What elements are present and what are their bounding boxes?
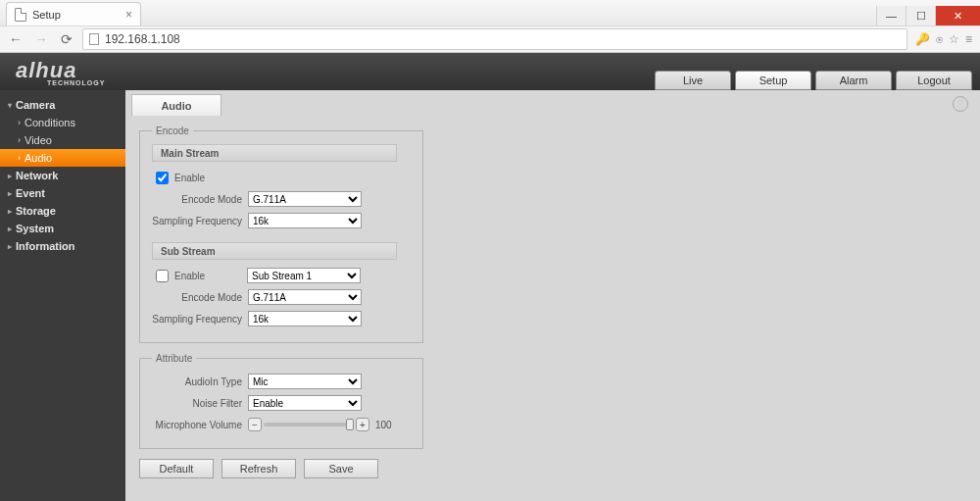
audioin-row: AudioIn Type Mic [152, 372, 411, 391]
refresh-button[interactable]: Refresh [221, 459, 296, 478]
sub-stream-header: Sub Stream [152, 242, 397, 260]
main-stream-header: Main Stream [152, 144, 397, 162]
window-controls: — ☐ ✕ [876, 6, 980, 25]
encode-legend: Encode [152, 125, 193, 136]
main-enable-row: Enable [152, 168, 411, 187]
sub-freq-select[interactable]: 16k [248, 311, 362, 326]
sub-enable-row: Enable Sub Stream 1 [152, 266, 411, 285]
tab-alarm[interactable]: Alarm [815, 71, 892, 90]
browser-tab[interactable]: Setup × [6, 2, 141, 25]
micvol-value: 100 [375, 420, 392, 430]
browser-titlebar: Setup × — ☐ ✕ [0, 0, 980, 25]
toolbar-icons: 🔑 ⍟ ☆ ≡ [913, 32, 974, 46]
help-icon[interactable]: ? [953, 96, 968, 112]
sidebar-label: Network [16, 170, 58, 181]
panel: Encode Main Stream Enable Encode Mode G.… [125, 116, 980, 501]
sidebar-label: Camera [16, 99, 55, 111]
main-area: ▾Camera ›Conditions ›Video ›Audio ▸Netwo… [0, 90, 980, 501]
forward-button[interactable]: → [31, 29, 51, 49]
address-bar[interactable]: 192.168.1.108 [82, 28, 907, 50]
main-encode-row: Encode Mode G.711A [152, 189, 411, 209]
key-icon[interactable]: 🔑 [915, 32, 930, 46]
sidebar: ▾Camera ›Conditions ›Video ›Audio ▸Netwo… [0, 90, 125, 501]
sidebar-item-label: Video [24, 134, 52, 146]
sub-freq-label: Sampling Frequency [152, 314, 248, 325]
sidebar-label: Storage [16, 205, 56, 217]
tab-setup[interactable]: Setup [735, 71, 811, 90]
tab-audio[interactable]: Audio [131, 94, 221, 116]
sidebar-section-information[interactable]: ▸Information [0, 237, 125, 255]
save-button[interactable]: Save [304, 459, 378, 478]
menu-icon[interactable]: ≡ [965, 32, 972, 46]
sub-encode-row: Encode Mode G.711A [152, 287, 411, 307]
minimize-button[interactable]: — [876, 6, 906, 25]
browser-toolbar: ← → ⟳ 192.168.1.108 🔑 ⍟ ☆ ≡ [0, 25, 980, 53]
sidebar-label: Event [16, 187, 45, 199]
attribute-legend: Attribute [152, 353, 196, 364]
sidebar-item-audio[interactable]: ›Audio [0, 149, 125, 167]
noise-select[interactable]: Enable [248, 395, 362, 411]
sidebar-item-label: Audio [24, 152, 52, 164]
audioin-label: AudioIn Type [152, 376, 248, 387]
maximize-button[interactable]: ☐ [906, 6, 935, 25]
sidebar-label: Information [16, 240, 75, 252]
sidebar-section-event[interactable]: ▸Event [0, 184, 125, 202]
page-icon [15, 8, 26, 22]
main-freq-select[interactable]: 16k [248, 213, 362, 228]
sub-encode-label: Encode Mode [152, 292, 248, 303]
button-row: Default Refresh Save [139, 459, 966, 478]
sidebar-label: System [16, 223, 54, 234]
content-tabs: Audio ? [125, 90, 980, 116]
tab-live[interactable]: Live [655, 71, 731, 90]
audioin-select[interactable]: Mic [248, 374, 362, 389]
sidebar-section-storage[interactable]: ▸Storage [0, 202, 125, 220]
sidebar-item-video[interactable]: ›Video [0, 131, 125, 149]
micvol-label: Microphone Volume [152, 420, 248, 430]
encode-fieldset: Encode Main Stream Enable Encode Mode G.… [139, 125, 423, 343]
tag-icon[interactable]: ⍟ [936, 32, 943, 46]
minus-button[interactable]: − [248, 418, 262, 431]
sub-enable-label: Enable [174, 271, 247, 281]
close-tab-icon[interactable]: × [125, 8, 132, 22]
sidebar-item-conditions[interactable]: ›Conditions [0, 114, 125, 131]
arrow-right-icon: ▸ [8, 189, 12, 198]
sub-stream-select[interactable]: Sub Stream 1 [247, 268, 361, 283]
micvol-slider[interactable]: − + 100 [248, 418, 392, 431]
sub-enable-checkbox[interactable] [156, 270, 169, 282]
sub-freq-row: Sampling Frequency 16k [152, 309, 411, 328]
main-freq-label: Sampling Frequency [152, 216, 248, 226]
attribute-fieldset: Attribute AudioIn Type Mic Noise Filter … [139, 353, 423, 449]
reload-button[interactable]: ⟳ [57, 29, 76, 49]
slider-track[interactable] [264, 423, 354, 426]
arrow-right-icon: ▸ [8, 242, 12, 251]
page-icon [89, 33, 99, 45]
chevron-right-icon: › [18, 118, 21, 127]
close-window-button[interactable]: ✕ [935, 6, 980, 25]
slider-thumb[interactable] [346, 419, 354, 430]
sidebar-section-network[interactable]: ▸Network [0, 167, 125, 184]
sidebar-section-camera[interactable]: ▾Camera [0, 96, 125, 114]
main-freq-row: Sampling Frequency 16k [152, 211, 411, 230]
main-encode-label: Encode Mode [152, 194, 248, 205]
header-tabs: Live Setup Alarm Logout [655, 71, 980, 90]
chevron-right-icon: › [18, 153, 21, 163]
arrow-right-icon: ▸ [8, 225, 12, 233]
arrow-down-icon: ▾ [8, 101, 12, 110]
chevron-right-icon: › [18, 135, 21, 145]
sub-encode-select[interactable]: G.711A [248, 289, 362, 305]
tab-logout[interactable]: Logout [896, 71, 972, 90]
main-enable-checkbox[interactable] [156, 172, 169, 184]
sidebar-section-system[interactable]: ▸System [0, 220, 125, 237]
sidebar-item-label: Conditions [24, 117, 75, 128]
back-button[interactable]: ← [6, 29, 25, 49]
brand-logo: alhua TECHNOLOGY [0, 58, 105, 90]
star-icon[interactable]: ☆ [949, 32, 959, 46]
content: Audio ? Encode Main Stream Enable Encode… [125, 90, 980, 501]
main-enable-label: Enable [174, 173, 205, 183]
default-button[interactable]: Default [139, 459, 214, 478]
main-encode-select[interactable]: G.711A [248, 191, 362, 207]
noise-label: Noise Filter [152, 398, 248, 409]
plus-button[interactable]: + [356, 418, 369, 431]
micvol-row: Microphone Volume − + 100 [152, 415, 411, 434]
brand-subtitle: TECHNOLOGY [47, 79, 105, 86]
